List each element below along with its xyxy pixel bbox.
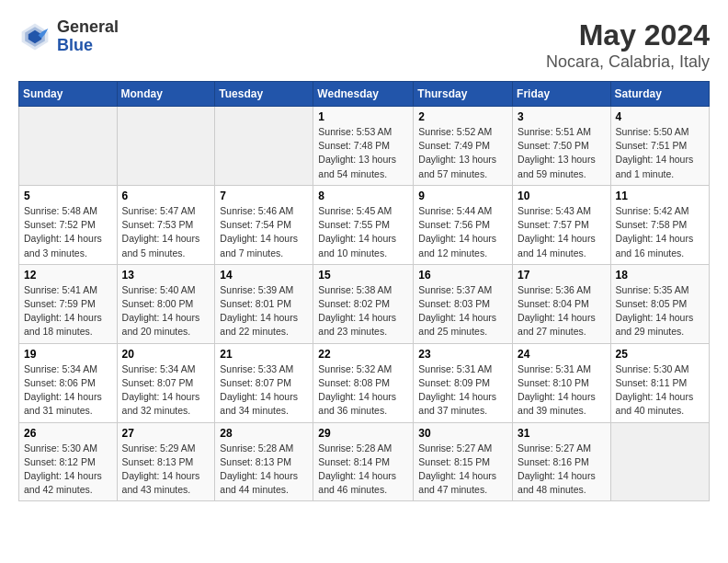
calendar-cell: 4Sunrise: 5:50 AMSunset: 7:51 PMDaylight… — [610, 107, 709, 186]
title-block: May 2024 Nocara, Calabria, Italy — [546, 18, 710, 72]
day-number: 10 — [518, 190, 606, 202]
day-info: Sunrise: 5:44 AMSunset: 7:56 PMDaylight:… — [418, 205, 496, 259]
logo-icon — [18, 20, 51, 53]
day-number: 14 — [220, 269, 308, 282]
day-number: 17 — [518, 269, 606, 282]
day-number: 1 — [318, 110, 408, 123]
calendar-cell: 2Sunrise: 5:52 AMSunset: 7:49 PMDaylight… — [414, 107, 513, 186]
day-info: Sunrise: 5:33 AMSunset: 8:07 PMDaylight:… — [220, 363, 298, 417]
calendar-cell — [610, 422, 709, 501]
day-info: Sunrise: 5:30 AMSunset: 8:11 PMDaylight:… — [616, 363, 694, 417]
week-row-4: 19Sunrise: 5:34 AMSunset: 8:06 PMDayligh… — [19, 343, 710, 422]
day-info: Sunrise: 5:47 AMSunset: 7:53 PMDaylight:… — [122, 205, 200, 259]
day-info: Sunrise: 5:43 AMSunset: 7:57 PMDaylight:… — [518, 205, 596, 259]
calendar-cell: 30Sunrise: 5:27 AMSunset: 8:15 PMDayligh… — [414, 422, 513, 501]
week-row-5: 26Sunrise: 5:30 AMSunset: 8:12 PMDayligh… — [19, 422, 710, 501]
day-info: Sunrise: 5:45 AMSunset: 7:55 PMDaylight:… — [318, 205, 396, 259]
calendar-cell: 6Sunrise: 5:47 AMSunset: 7:53 PMDaylight… — [117, 185, 215, 264]
calendar-cell: 24Sunrise: 5:31 AMSunset: 8:10 PMDayligh… — [513, 343, 611, 422]
page-title: May 2024 — [546, 18, 710, 52]
page-header: General Blue May 2024 Nocara, Calabria, … — [18, 18, 710, 72]
day-number: 12 — [24, 269, 112, 282]
calendar-cell: 16Sunrise: 5:37 AMSunset: 8:03 PMDayligh… — [414, 264, 513, 343]
day-number: 25 — [616, 348, 704, 361]
day-info: Sunrise: 5:39 AMSunset: 8:01 PMDaylight:… — [220, 284, 298, 338]
day-info: Sunrise: 5:48 AMSunset: 7:52 PMDaylight:… — [24, 205, 102, 259]
week-row-2: 5Sunrise: 5:48 AMSunset: 7:52 PMDaylight… — [19, 185, 710, 264]
calendar-cell — [19, 107, 118, 186]
day-number: 2 — [418, 110, 507, 123]
calendar-cell: 26Sunrise: 5:30 AMSunset: 8:12 PMDayligh… — [19, 422, 118, 501]
day-header-saturday: Saturday — [610, 82, 709, 107]
calendar-cell: 31Sunrise: 5:27 AMSunset: 8:16 PMDayligh… — [513, 422, 611, 501]
calendar-cell — [215, 107, 313, 186]
day-info: Sunrise: 5:31 AMSunset: 8:09 PMDaylight:… — [418, 363, 496, 417]
day-info: Sunrise: 5:40 AMSunset: 8:00 PMDaylight:… — [122, 284, 200, 338]
calendar-cell: 27Sunrise: 5:29 AMSunset: 8:13 PMDayligh… — [117, 422, 215, 501]
day-header-monday: Monday — [117, 82, 215, 107]
calendar-cell: 22Sunrise: 5:32 AMSunset: 8:08 PMDayligh… — [313, 343, 414, 422]
day-info: Sunrise: 5:27 AMSunset: 8:15 PMDaylight:… — [418, 442, 496, 496]
day-info: Sunrise: 5:53 AMSunset: 7:48 PMDaylight:… — [318, 126, 396, 179]
calendar-cell: 1Sunrise: 5:53 AMSunset: 7:48 PMDaylight… — [313, 107, 414, 186]
calendar-cell: 10Sunrise: 5:43 AMSunset: 7:57 PMDayligh… — [513, 185, 611, 264]
calendar-cell: 14Sunrise: 5:39 AMSunset: 8:01 PMDayligh… — [215, 264, 313, 343]
day-number: 21 — [220, 348, 308, 361]
day-info: Sunrise: 5:30 AMSunset: 8:12 PMDaylight:… — [24, 442, 102, 496]
calendar-cell: 8Sunrise: 5:45 AMSunset: 7:55 PMDaylight… — [313, 185, 414, 264]
week-row-3: 12Sunrise: 5:41 AMSunset: 7:59 PMDayligh… — [19, 264, 710, 343]
calendar-cell: 29Sunrise: 5:28 AMSunset: 8:14 PMDayligh… — [313, 422, 414, 501]
day-info: Sunrise: 5:37 AMSunset: 8:03 PMDaylight:… — [418, 284, 496, 338]
day-number: 4 — [616, 110, 704, 123]
day-number: 3 — [518, 110, 606, 123]
day-info: Sunrise: 5:27 AMSunset: 8:16 PMDaylight:… — [518, 442, 596, 496]
calendar-cell: 5Sunrise: 5:48 AMSunset: 7:52 PMDaylight… — [19, 185, 118, 264]
calendar-cell: 7Sunrise: 5:46 AMSunset: 7:54 PMDaylight… — [215, 185, 313, 264]
day-number: 30 — [418, 427, 507, 440]
day-number: 23 — [418, 348, 507, 361]
day-number: 15 — [318, 269, 408, 282]
calendar-cell: 20Sunrise: 5:34 AMSunset: 8:07 PMDayligh… — [117, 343, 215, 422]
logo-text: General Blue — [57, 18, 119, 55]
calendar-cell: 17Sunrise: 5:36 AMSunset: 8:04 PMDayligh… — [513, 264, 611, 343]
day-number: 11 — [616, 190, 704, 202]
day-number: 31 — [518, 427, 606, 440]
day-info: Sunrise: 5:38 AMSunset: 8:02 PMDaylight:… — [318, 284, 396, 338]
day-info: Sunrise: 5:36 AMSunset: 8:04 PMDaylight:… — [518, 284, 596, 338]
calendar-cell: 19Sunrise: 5:34 AMSunset: 8:06 PMDayligh… — [19, 343, 118, 422]
calendar-table: SundayMondayTuesdayWednesdayThursdayFrid… — [18, 81, 710, 501]
day-header-thursday: Thursday — [414, 82, 513, 107]
calendar-cell: 9Sunrise: 5:44 AMSunset: 7:56 PMDaylight… — [414, 185, 513, 264]
day-number: 29 — [318, 427, 408, 440]
day-info: Sunrise: 5:46 AMSunset: 7:54 PMDaylight:… — [220, 205, 298, 259]
calendar-cell: 18Sunrise: 5:35 AMSunset: 8:05 PMDayligh… — [610, 264, 709, 343]
calendar-cell: 28Sunrise: 5:28 AMSunset: 8:13 PMDayligh… — [215, 422, 313, 501]
day-header-tuesday: Tuesday — [215, 82, 313, 107]
calendar-cell: 21Sunrise: 5:33 AMSunset: 8:07 PMDayligh… — [215, 343, 313, 422]
day-header-friday: Friday — [513, 82, 611, 107]
day-info: Sunrise: 5:29 AMSunset: 8:13 PMDaylight:… — [122, 442, 200, 496]
day-number: 13 — [122, 269, 210, 282]
calendar-cell — [117, 107, 215, 186]
day-info: Sunrise: 5:51 AMSunset: 7:50 PMDaylight:… — [518, 126, 596, 179]
day-number: 6 — [122, 190, 210, 202]
day-header-wednesday: Wednesday — [313, 82, 414, 107]
calendar-cell: 23Sunrise: 5:31 AMSunset: 8:09 PMDayligh… — [414, 343, 513, 422]
day-info: Sunrise: 5:34 AMSunset: 8:07 PMDaylight:… — [122, 363, 200, 417]
day-info: Sunrise: 5:42 AMSunset: 7:58 PMDaylight:… — [616, 205, 694, 259]
day-number: 20 — [122, 348, 210, 361]
logo: General Blue — [18, 18, 119, 55]
day-info: Sunrise: 5:50 AMSunset: 7:51 PMDaylight:… — [616, 126, 694, 179]
day-number: 22 — [318, 348, 408, 361]
day-number: 28 — [220, 427, 308, 440]
day-info: Sunrise: 5:28 AMSunset: 8:14 PMDaylight:… — [318, 442, 396, 496]
calendar-cell: 11Sunrise: 5:42 AMSunset: 7:58 PMDayligh… — [610, 185, 709, 264]
day-info: Sunrise: 5:35 AMSunset: 8:05 PMDaylight:… — [616, 284, 694, 338]
day-number: 27 — [122, 427, 210, 440]
day-info: Sunrise: 5:52 AMSunset: 7:49 PMDaylight:… — [418, 126, 496, 179]
day-info: Sunrise: 5:34 AMSunset: 8:06 PMDaylight:… — [24, 363, 102, 417]
page-subtitle: Nocara, Calabria, Italy — [546, 52, 710, 72]
calendar-cell: 13Sunrise: 5:40 AMSunset: 8:00 PMDayligh… — [117, 264, 215, 343]
day-info: Sunrise: 5:41 AMSunset: 7:59 PMDaylight:… — [24, 284, 102, 338]
day-header-sunday: Sunday — [19, 82, 118, 107]
